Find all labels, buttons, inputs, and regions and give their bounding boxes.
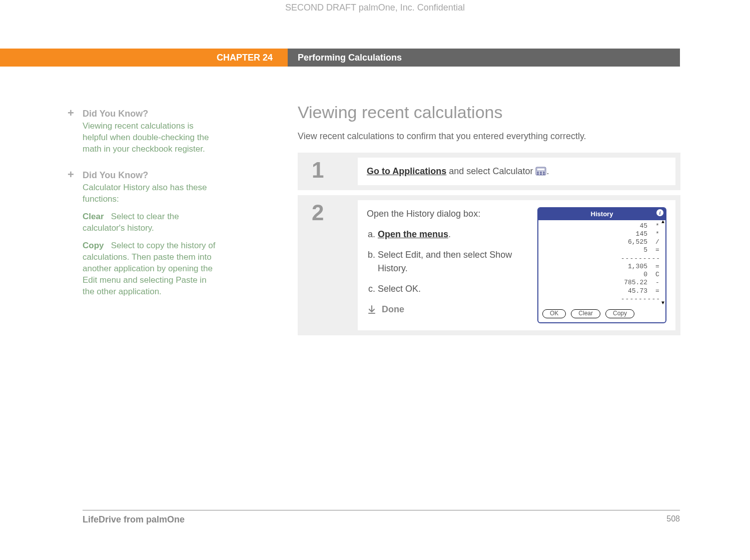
- history-value: 145: [617, 230, 647, 238]
- main-content: Viewing recent calculations View recent …: [298, 103, 680, 340]
- step-body: Go to Applications and select Calculator…: [358, 158, 675, 185]
- step-body: Open the History dialog box: Open the me…: [358, 200, 675, 330]
- done-arrow-icon: [367, 305, 377, 315]
- substep-a-tail: .: [448, 229, 451, 239]
- history-row: 1,305=: [543, 263, 660, 271]
- tip-body: Viewing recent calculations is helpful w…: [83, 121, 220, 155]
- history-row: 45*: [543, 222, 660, 230]
- step-lead: Open the History dialog box:: [367, 207, 527, 221]
- history-op: =: [654, 287, 660, 295]
- history-row: 145*: [543, 230, 660, 238]
- substep-a: Open the menus.: [378, 228, 527, 241]
- svg-rect-5: [537, 174, 539, 175]
- info-icon: i: [656, 209, 663, 216]
- history-separator: ---------: [543, 255, 660, 263]
- go-to-applications-link[interactable]: Go to Applications: [367, 166, 446, 176]
- history-op: *: [654, 222, 660, 230]
- history-value: 45.73: [617, 287, 647, 295]
- tip-term: Clear: [83, 212, 104, 221]
- tip-body: Calculator History also has these functi…: [83, 182, 220, 297]
- history-copy-button[interactable]: Copy: [605, 309, 634, 318]
- history-row: 785.22-: [543, 279, 660, 287]
- page-intro: View recent calculations to confirm that…: [298, 131, 680, 142]
- history-row: 0C: [543, 271, 660, 279]
- step-sublist: Open the menus. Select Edit, and then se…: [378, 228, 527, 296]
- done-label: Done: [382, 303, 404, 316]
- history-op: =: [654, 246, 660, 254]
- history-op: -: [654, 279, 660, 287]
- tip-block: + Did You Know? Calculator History also …: [83, 169, 220, 298]
- page-number: 508: [666, 514, 680, 525]
- page-footer: LifeDrive from palmOne 508: [83, 510, 680, 525]
- history-value: 45: [617, 222, 647, 230]
- calculator-icon: [535, 166, 546, 175]
- chapter-header: CHAPTER 24 Performing Calculations: [0, 49, 750, 67]
- history-value: 5: [617, 246, 647, 254]
- step-text: Open the History dialog box: Open the me…: [367, 207, 527, 323]
- svg-rect-1: [537, 168, 545, 171]
- history-op: *: [654, 230, 660, 238]
- history-row: 45.73=: [543, 287, 660, 295]
- tip-block: + Did You Know? Viewing recent calculati…: [83, 108, 220, 155]
- history-value: 0: [617, 271, 647, 279]
- history-value: 6,525: [617, 238, 647, 246]
- svg-rect-4: [543, 172, 545, 173]
- step-text: Go to Applications and select Calculator…: [367, 165, 666, 178]
- history-row: 6,525/: [543, 238, 660, 246]
- chapter-title: Performing Calculations: [288, 49, 680, 67]
- open-menus-link[interactable]: Open the menus: [378, 229, 448, 239]
- sidebar: + Did You Know? Viewing recent calculati…: [83, 108, 220, 312]
- svg-rect-3: [540, 172, 542, 173]
- page-heading: Viewing recent calculations: [298, 103, 680, 122]
- tip-title: Did You Know?: [83, 169, 220, 181]
- scroll-up-icon: ▲: [661, 219, 664, 226]
- history-clear-button[interactable]: Clear: [571, 309, 600, 318]
- svg-rect-2: [537, 172, 539, 173]
- history-list: ▲ 45* 145* 6,525/ 5= --------- 1,305= 0C…: [538, 220, 665, 307]
- chapter-label: CHAPTER 24: [0, 49, 288, 67]
- history-button-row: OK Clear Copy: [538, 306, 665, 322]
- history-row: 5=: [543, 246, 660, 254]
- history-ok-button[interactable]: OK: [542, 309, 566, 318]
- history-value: 785.22: [617, 279, 647, 287]
- tip-paragraph: Clear Select to clear the calculator's h…: [83, 211, 220, 234]
- history-op: /: [654, 238, 660, 246]
- header-spacer: [680, 49, 750, 67]
- plus-icon: +: [68, 169, 74, 180]
- svg-rect-7: [543, 174, 545, 175]
- tip-intro: Calculator History also has these functi…: [83, 183, 207, 204]
- history-value: 1,305: [617, 263, 647, 271]
- product-name: LifeDrive from palmOne: [83, 514, 185, 525]
- watermark-text: SECOND DRAFT palmOne, Inc. Confidential: [0, 3, 750, 13]
- substep-c: Select OK.: [378, 282, 527, 296]
- history-op: C: [654, 271, 660, 279]
- tip-title: Did You Know?: [83, 108, 220, 120]
- plus-icon: +: [68, 108, 74, 119]
- history-title-text: History: [591, 210, 613, 218]
- history-op: =: [654, 263, 660, 271]
- scroll-down-icon: ▼: [661, 300, 664, 307]
- history-dialog-screenshot: History i ▲ 45* 145* 6,525/ 5= ---------…: [537, 207, 666, 323]
- done-indicator: Done: [367, 303, 527, 316]
- tip-paragraph: Copy Select to copy the history of calcu…: [83, 240, 220, 298]
- history-dialog-title: History i: [538, 208, 665, 220]
- step-row: 2 Open the History dialog box: Open the …: [298, 195, 680, 335]
- history-separator: ---------: [543, 295, 660, 303]
- tip-term: Copy: [83, 241, 104, 250]
- step-row: 1 Go to Applications and select Calculat…: [298, 153, 680, 190]
- step-tail: and select Calculator: [446, 166, 535, 176]
- substep-b: Select Edit, and then select Show Histor…: [378, 248, 527, 275]
- step-number: 2: [298, 195, 358, 335]
- step-number: 1: [298, 153, 358, 190]
- svg-rect-6: [540, 174, 542, 175]
- step-period: .: [546, 166, 549, 176]
